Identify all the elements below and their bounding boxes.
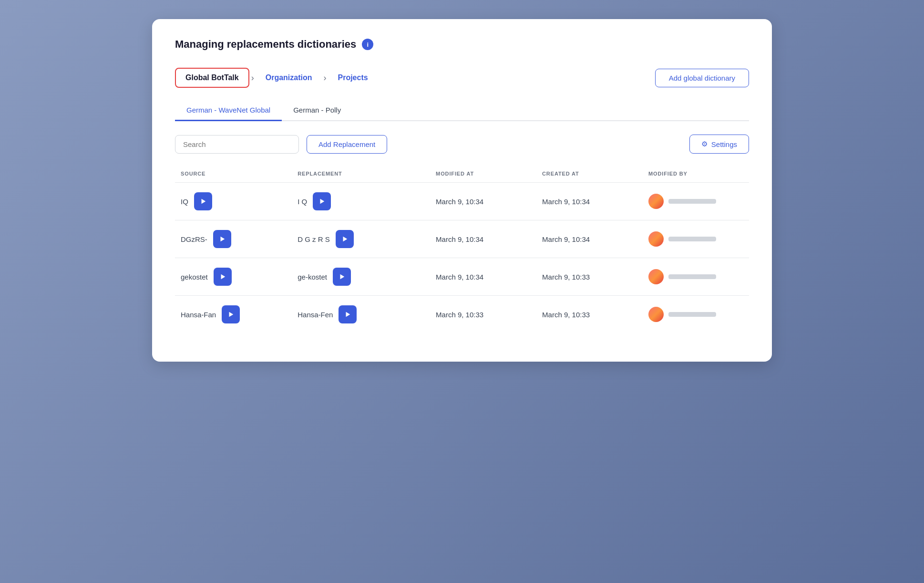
play-icon <box>318 198 325 205</box>
play-icon <box>344 311 351 318</box>
modified-by-cell <box>643 220 749 258</box>
replacement-value: ge-kostet <box>298 273 327 281</box>
modified-at-cell: March 9, 10:34 <box>430 183 536 220</box>
col-header-modified-by: MODIFIED BY <box>643 167 749 183</box>
source-value: DGzRS- <box>181 235 207 243</box>
replacement-cell: D G z R S <box>292 220 430 258</box>
svg-marker-5 <box>340 274 344 280</box>
user-name-bar <box>668 312 716 317</box>
breadcrumb-item-projects[interactable]: Projects <box>329 69 378 87</box>
replacement-value: Hansa-Fen <box>298 311 333 319</box>
gear-icon: ⚙ <box>701 140 708 148</box>
source-play-button[interactable] <box>222 305 240 323</box>
user-name-bar <box>668 237 716 241</box>
modified-at-value: March 9, 10:33 <box>436 311 483 319</box>
replacement-cell: ge-kostet <box>292 258 430 296</box>
source-value: gekostet <box>181 273 208 281</box>
replacement-value: D G z R S <box>298 235 330 243</box>
source-play-button[interactable] <box>194 192 212 210</box>
add-global-dictionary-button[interactable]: Add global dictionary <box>655 69 749 87</box>
settings-label: Settings <box>711 140 737 148</box>
source-value: Hansa-Fan <box>181 311 216 319</box>
replacement-play-button[interactable] <box>333 268 351 286</box>
modified-at-cell: March 9, 10:34 <box>430 258 536 296</box>
replacement-play-button[interactable] <box>313 192 331 210</box>
created-at-cell: March 9, 10:33 <box>536 296 643 333</box>
page-header: Managing replacements dictionaries i <box>175 38 749 51</box>
replacement-cell: I Q <box>292 183 430 220</box>
page-title: Managing replacements dictionaries <box>175 38 356 51</box>
source-play-button[interactable] <box>214 268 232 286</box>
source-value: IQ <box>181 198 188 206</box>
tab-polly[interactable]: German - Polly <box>282 101 352 121</box>
avatar <box>648 307 664 322</box>
play-icon <box>219 273 226 280</box>
modified-by-cell <box>643 258 749 296</box>
modified-at-cell: March 9, 10:34 <box>430 220 536 258</box>
source-play-button[interactable] <box>213 230 231 248</box>
replacement-play-button[interactable] <box>336 230 354 248</box>
source-cell: IQ <box>175 183 292 220</box>
col-header-modified-at: MODIFIED AT <box>430 167 536 183</box>
source-cell: DGzRS- <box>175 220 292 258</box>
play-icon <box>339 273 345 280</box>
avatar <box>648 231 664 247</box>
created-at-value: March 9, 10:34 <box>542 198 590 206</box>
modified-at-value: March 9, 10:34 <box>436 235 483 243</box>
modified-at-cell: March 9, 10:33 <box>430 296 536 333</box>
replacement-cell: Hansa-Fen <box>292 296 430 333</box>
main-card: Managing replacements dictionaries i Glo… <box>152 19 772 362</box>
breadcrumb-item-global-bottalk[interactable]: Global BotTalk <box>175 68 249 88</box>
play-icon <box>341 236 348 242</box>
col-header-source: SOURCE <box>175 167 292 183</box>
created-at-cell: March 9, 10:34 <box>536 183 643 220</box>
user-name-bar <box>668 199 716 204</box>
breadcrumb: Global BotTalk › Organization › Projects… <box>175 68 749 88</box>
replacements-table: SOURCE REPLACEMENT MODIFIED AT CREATED A… <box>175 167 749 333</box>
table-row: Hansa-Fan Hansa-Fen March 9 <box>175 296 749 333</box>
replacement-play-button[interactable] <box>339 305 357 323</box>
play-icon <box>200 198 206 205</box>
svg-marker-3 <box>343 237 347 242</box>
col-header-created-at: CREATED AT <box>536 167 643 183</box>
replacement-value: I Q <box>298 198 307 206</box>
created-at-value: March 9, 10:34 <box>542 235 590 243</box>
table-row: gekostet ge-kostet March 9, <box>175 258 749 296</box>
search-input[interactable] <box>175 135 299 154</box>
col-header-replacement: REPLACEMENT <box>292 167 430 183</box>
modified-by-cell <box>643 296 749 333</box>
tab-wavenet[interactable]: German - WaveNet Global <box>175 101 282 121</box>
avatar <box>648 269 664 284</box>
dictionary-tabs: German - WaveNet Global German - Polly <box>175 101 749 121</box>
source-cell: gekostet <box>175 258 292 296</box>
breadcrumb-separator-1: › <box>251 73 254 83</box>
table-row: IQ I Q March 9, 10:34 <box>175 183 749 220</box>
modified-at-value: March 9, 10:34 <box>436 198 483 206</box>
svg-marker-0 <box>201 199 205 204</box>
user-name-bar <box>668 274 716 279</box>
play-icon <box>219 236 226 242</box>
add-replacement-button[interactable]: Add Replacement <box>307 135 387 154</box>
svg-marker-1 <box>320 199 325 204</box>
play-icon <box>227 311 234 318</box>
created-at-cell: March 9, 10:33 <box>536 258 643 296</box>
breadcrumb-separator-2: › <box>324 73 327 83</box>
table-header: SOURCE REPLACEMENT MODIFIED AT CREATED A… <box>175 167 749 183</box>
table-row: DGzRS- D G z R S March 9, 1 <box>175 220 749 258</box>
avatar <box>648 194 664 209</box>
svg-marker-7 <box>346 312 350 317</box>
toolbar: Add Replacement ⚙ Settings <box>175 135 749 154</box>
created-at-value: March 9, 10:33 <box>542 311 590 319</box>
table-body: IQ I Q March 9, 10:34 <box>175 183 749 333</box>
created-at-cell: March 9, 10:34 <box>536 220 643 258</box>
breadcrumb-item-organization[interactable]: Organization <box>256 69 322 87</box>
modified-at-value: March 9, 10:34 <box>436 273 483 281</box>
modified-by-cell <box>643 183 749 220</box>
source-cell: Hansa-Fan <box>175 296 292 333</box>
settings-button[interactable]: ⚙ Settings <box>689 135 749 154</box>
svg-marker-2 <box>220 237 225 242</box>
created-at-value: March 9, 10:33 <box>542 273 590 281</box>
svg-marker-4 <box>221 274 225 280</box>
svg-marker-6 <box>229 312 234 317</box>
info-icon[interactable]: i <box>362 39 373 50</box>
